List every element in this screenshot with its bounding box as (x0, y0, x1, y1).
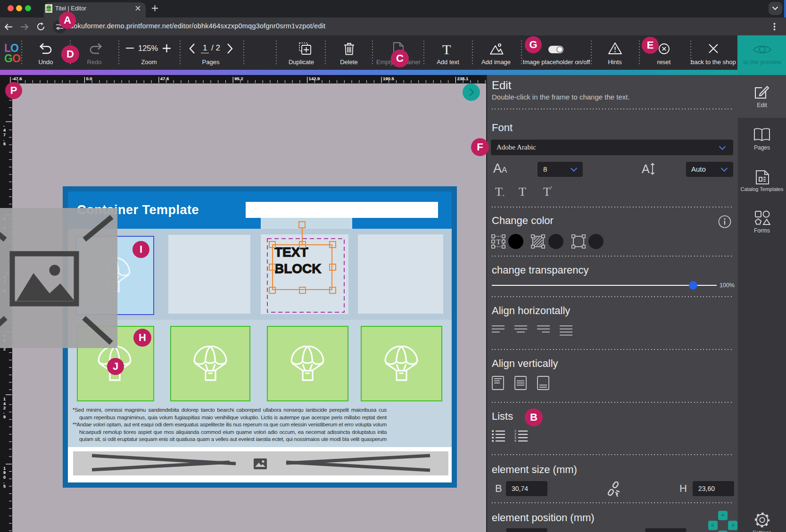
svg-text:95.2: 95.2 (234, 76, 243, 81)
svg-text:0: 0 (3, 475, 6, 480)
svg-text:-47.6: -47.6 (12, 76, 22, 81)
svg-text:5: 5 (3, 484, 6, 489)
svg-text:0.0: 0.0 (86, 76, 92, 81)
svg-text:4: 4 (3, 128, 6, 133)
svg-text:4: 4 (514, 439, 516, 442)
svg-text:2: 2 (514, 432, 516, 436)
svg-text:3: 3 (514, 436, 516, 439)
svg-text:7: 7 (3, 133, 6, 137)
svg-text:T: T (496, 238, 500, 246)
svg-text:47.6: 47.6 (160, 76, 169, 81)
svg-text:.: . (3, 410, 5, 415)
svg-text:6: 6 (3, 141, 6, 146)
svg-text:9: 9 (3, 470, 6, 475)
svg-text:9: 9 (3, 415, 6, 419)
svg-text:142.9: 142.9 (309, 76, 320, 81)
svg-text:1: 1 (3, 397, 6, 401)
svg-text:1: 1 (514, 429, 516, 432)
